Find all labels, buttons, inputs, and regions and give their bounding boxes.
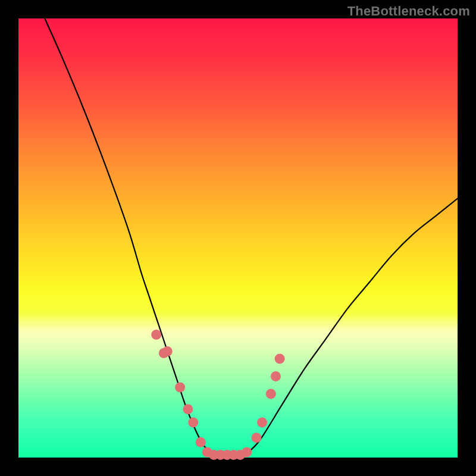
marker-dot xyxy=(252,433,262,443)
marker-dot xyxy=(266,389,276,399)
marker-dot xyxy=(242,447,252,458)
marker-dot xyxy=(275,354,285,364)
chart-overlay xyxy=(18,18,458,458)
bottleneck-curve xyxy=(45,18,458,458)
marker-dot xyxy=(162,346,173,356)
marker-dot xyxy=(183,404,193,414)
marker-dot xyxy=(151,330,161,340)
chart-frame: TheBottleneck.com xyxy=(0,0,476,476)
marker-dot xyxy=(196,437,206,447)
marker-dot xyxy=(188,418,198,428)
watermark-text: TheBottleneck.com xyxy=(347,4,470,19)
marker-dot xyxy=(257,418,267,428)
plot-area xyxy=(18,18,458,458)
marker-dots xyxy=(151,330,284,460)
marker-dot xyxy=(271,371,281,381)
marker-dot xyxy=(175,382,185,392)
